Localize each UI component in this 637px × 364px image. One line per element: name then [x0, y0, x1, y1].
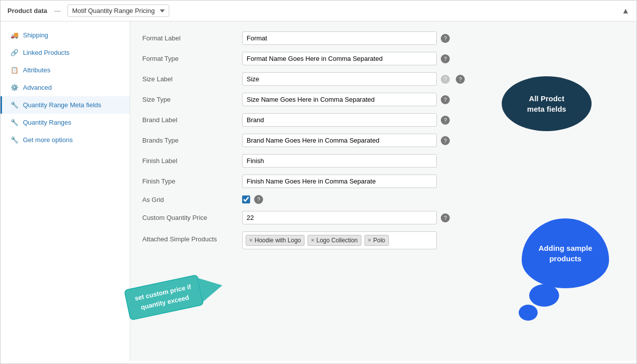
sidebar-item-qty-ranges[interactable]: 🔧 Quantity Ranges [0, 114, 130, 131]
label-size-type: Size Type [142, 96, 242, 103]
sidebar-item-linked-products[interactable]: 🔗 Linked Products [0, 44, 130, 61]
form-row-as-grid: As Grid ? [142, 195, 625, 204]
sidebar-item-advanced[interactable]: ⚙️ Advanced [0, 79, 130, 96]
help-icon-format-type[interactable]: ? [441, 54, 450, 63]
shipping-icon: 🚚 [10, 31, 19, 39]
help-icon-size-label[interactable]: ? [441, 75, 450, 84]
form-row-finish-type: Finish Type [142, 175, 625, 188]
input-finish-label[interactable] [242, 154, 437, 168]
product-data-title: Product data [7, 7, 47, 14]
help-icon-brand-label[interactable]: ? [441, 116, 450, 125]
input-brands-type[interactable] [242, 134, 437, 147]
label-brand-label: Brand Label [142, 116, 242, 124]
label-format-type: Format Type [142, 55, 242, 62]
input-size-type[interactable] [242, 93, 437, 106]
tag-remove-polo[interactable]: × [368, 237, 371, 244]
sidebar-item-shipping[interactable]: 🚚 Shipping [0, 26, 130, 44]
cloud-puff-1 [529, 284, 559, 307]
sidebar-label-shipping: Shipping [23, 31, 48, 39]
input-size-label[interactable] [242, 72, 437, 86]
label-size-label: Size Label [142, 75, 242, 83]
help-icon-brands-type[interactable]: ? [441, 136, 450, 145]
product-data-dash: — [54, 7, 60, 14]
form-row-format-type: Format Type ? [142, 52, 625, 65]
tag-label-hoodie: Hoodie with Logo [255, 237, 301, 244]
wrench-icon-more: 🔧 [10, 136, 19, 144]
form-row-brands-type: Brands Type ? [142, 134, 625, 147]
tag-polo: × Polo [364, 235, 389, 246]
label-custom-qty-price: Custom Quantity Price [142, 214, 242, 221]
sidebar-label-linked: Linked Products [23, 49, 69, 56]
input-brand-label[interactable] [242, 113, 437, 127]
help-icon-format-label[interactable]: ? [441, 34, 450, 43]
annotation-dark-bubble: All Prodct meta fields [502, 76, 592, 131]
tag-hoodie-logo: × Hoodie with Logo [246, 235, 305, 246]
wrench-icon-meta: 🔧 [10, 101, 19, 109]
input-custom-qty-price[interactable] [242, 211, 437, 224]
label-finish-label: Finish Label [142, 157, 242, 165]
input-format-label[interactable] [242, 31, 437, 45]
input-wrap-brands-type: ? [242, 134, 625, 147]
help-icon-as-grid[interactable]: ? [254, 195, 263, 204]
label-brands-type: Brands Type [142, 137, 242, 144]
wrench-icon-ranges: 🔧 [10, 119, 19, 126]
product-data-left: Product data — Motif Quantity Range Pric… [7, 4, 169, 17]
input-format-type[interactable] [242, 52, 437, 65]
tag-label-logo: Logo Collection [317, 237, 358, 244]
sidebar-label-attributes: Attributes [23, 66, 50, 74]
sidebar-label-advanced: Advanced [23, 84, 52, 91]
help-icon-custom-qty-price[interactable]: ? [441, 213, 450, 222]
tag-logo-collection: × Logo Collection [308, 235, 361, 246]
content-area: 🚚 Shipping 🔗 Linked Products 📋 Attribute… [0, 21, 637, 361]
tags-container[interactable]: × Hoodie with Logo × Logo Collection × P… [242, 231, 437, 249]
product-data-bar: Product data — Motif Quantity Range Pric… [0, 0, 637, 21]
collapse-button[interactable]: ▲ [622, 6, 630, 15]
input-finish-type[interactable] [242, 175, 437, 188]
arrow-text: set custom price if quantity exceed [134, 283, 191, 311]
main-panel: All Prodct meta fields Format Label ? Fo… [130, 21, 637, 361]
arrow-annotation: set custom price if quantity exceed [124, 270, 226, 321]
product-type-select[interactable]: Motif Quantity Range Pricing Simple Grou… [67, 4, 169, 17]
label-attached-products: Attached Simple Products [142, 231, 242, 243]
label-as-grid: As Grid [142, 196, 242, 203]
form-row-format-label: Format Label ? [142, 31, 625, 45]
help-icon-size-label-2[interactable]: ? [456, 75, 465, 84]
cloud-puff-2 [519, 305, 538, 321]
tag-remove-hoodie[interactable]: × [249, 237, 253, 244]
sidebar-label-qty-ranges: Quantity Ranges [23, 119, 71, 126]
input-wrap-finish-label [242, 154, 625, 168]
sidebar-label-qty-meta: Quantity Range Meta fields [23, 101, 101, 109]
input-wrap-format-label: ? [242, 31, 625, 45]
advanced-icon: ⚙️ [10, 84, 19, 91]
input-wrap-as-grid: ? [242, 195, 625, 204]
form-row-finish-label: Finish Label [142, 154, 625, 168]
sidebar-label-get-more: Get more options [23, 136, 73, 144]
help-icon-size-type[interactable]: ? [441, 95, 450, 104]
tag-remove-logo[interactable]: × [311, 237, 315, 244]
sidebar-item-attributes[interactable]: 📋 Attributes [0, 61, 130, 79]
input-wrap-finish-type [242, 175, 625, 188]
label-format-label: Format Label [142, 34, 242, 42]
sidebar-item-qty-range-meta[interactable]: 🔧 Quantity Range Meta fields [0, 96, 130, 114]
annotation-blue-bubble: Adding sample products [522, 218, 609, 288]
sidebar: 🚚 Shipping 🔗 Linked Products 📋 Attribute… [0, 21, 130, 361]
product-data-panel: Product data — Motif Quantity Range Pric… [0, 0, 637, 364]
label-finish-type: Finish Type [142, 178, 242, 185]
sidebar-item-get-more[interactable]: 🔧 Get more options [0, 131, 130, 149]
input-wrap-format-type: ? [242, 52, 625, 65]
attributes-icon: 📋 [10, 66, 19, 74]
link-icon: 🔗 [10, 49, 19, 56]
tag-label-polo: Polo [373, 237, 385, 244]
checkbox-as-grid[interactable] [242, 195, 250, 203]
